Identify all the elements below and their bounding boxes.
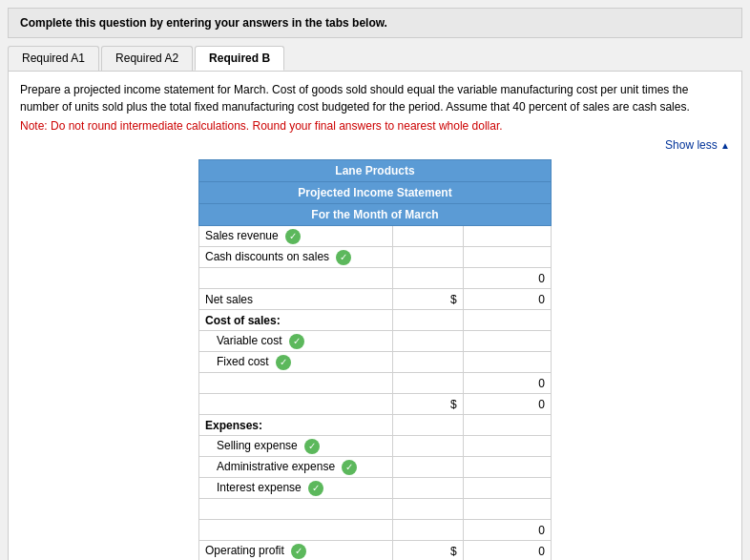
instruction-text: Complete this question by entering your … (20, 16, 387, 30)
table-row: Operating profit ✓ $ 0 (199, 541, 552, 561)
table-row: Net sales $ 0 (199, 289, 552, 310)
table-row: Cost of sales: (199, 310, 552, 331)
show-less-button[interactable]: Show less (20, 138, 730, 152)
tabs-row: Required A1 Required A2 Required B (8, 46, 742, 72)
tab-required-b[interactable]: Required B (195, 46, 284, 71)
check-icon: ✓ (276, 355, 291, 370)
income-table-wrapper: Lane Products Projected Income Statement… (198, 159, 552, 560)
table-row: Interest expense ✓ (199, 478, 552, 499)
table-header-title: Projected Income Statement (199, 182, 552, 204)
check-icon: ✓ (342, 460, 357, 475)
table-row: $ 0 (199, 394, 552, 415)
table-row: Cash discounts on sales ✓ (199, 247, 552, 268)
table-row: 0 (199, 520, 552, 541)
check-icon: ✓ (336, 250, 351, 265)
table-header-subtitle: For the Month of March (199, 204, 552, 226)
check-icon: ✓ (304, 439, 320, 454)
content-area: Prepare a projected income statement for… (8, 72, 742, 560)
table-header-company: Lane Products (199, 160, 552, 182)
check-icon: ✓ (291, 544, 306, 559)
instruction-bar: Complete this question by entering your … (8, 8, 742, 38)
table-row (199, 499, 552, 520)
tab-required-a2[interactable]: Required A2 (101, 46, 193, 71)
income-table: Lane Products Projected Income Statement… (198, 159, 552, 560)
table-row: Sales revenue ✓ (199, 226, 552, 247)
table-row: Selling expense ✓ (199, 436, 552, 457)
table-row: Fixed cost ✓ (199, 352, 552, 373)
check-icon: ✓ (285, 229, 301, 244)
check-icon: ✓ (308, 481, 323, 496)
description-text: Prepare a projected income statement for… (20, 81, 730, 115)
table-row: 0 (199, 268, 552, 289)
table-row: Expenses: (199, 415, 552, 436)
tab-required-a1[interactable]: Required A1 (8, 46, 99, 71)
table-row: 0 (199, 373, 552, 394)
note-text: Note: Do not round intermediate calculat… (20, 119, 730, 133)
table-row: Variable cost ✓ (199, 331, 552, 352)
table-row: Administrative expense ✓ (199, 457, 552, 478)
check-icon: ✓ (289, 334, 304, 349)
